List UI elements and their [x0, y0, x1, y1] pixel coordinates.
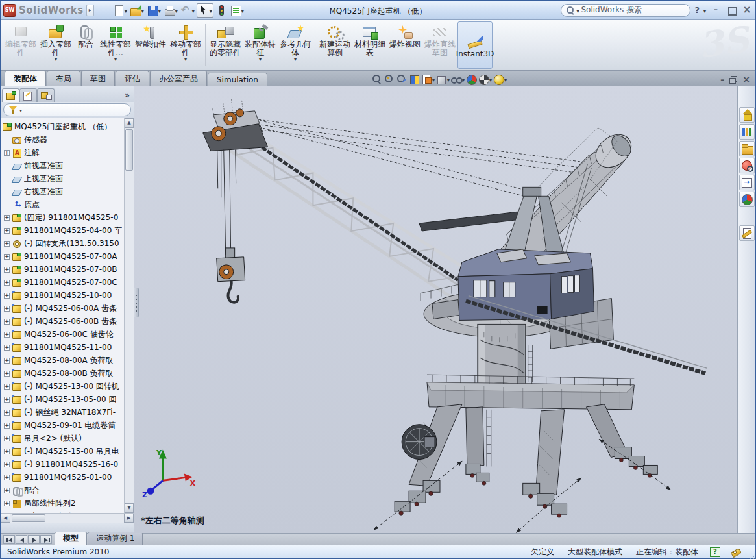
help-button[interactable] — [694, 5, 700, 15]
tab-property-manager[interactable] — [19, 88, 37, 102]
tree-item-19[interactable]: MQ4525-08-00B 负荷取 — [4, 367, 124, 380]
edit-appearance-button[interactable] — [465, 73, 477, 85]
apply-scene-button[interactable] — [478, 73, 492, 85]
portal-legs[interactable] — [374, 404, 670, 532]
sheet-tab-1[interactable]: 模型 — [55, 532, 87, 545]
custom-properties-button[interactable] — [739, 225, 755, 241]
view-palette-button[interactable] — [739, 175, 755, 190]
tree-item-21[interactable]: (-) MQ4525-13-05-00 回 — [4, 393, 124, 406]
command-tab-4[interactable]: 评估 — [116, 71, 149, 86]
panel-splitter-handle[interactable] — [134, 288, 139, 317]
first-sheet-icon[interactable] — [3, 535, 15, 544]
expand-toggle-icon[interactable] — [4, 475, 10, 480]
expand-toggle-icon[interactable] — [4, 267, 10, 273]
doc-minimize-button[interactable] — [720, 76, 724, 84]
view-settings-button[interactable] — [493, 73, 507, 85]
tree-item-4[interactable]: 上视基准面 — [4, 172, 124, 185]
expand-toggle-icon[interactable] — [4, 280, 10, 286]
search-box[interactable]: SolidWorks 搜索 — [561, 4, 690, 17]
tree-vertical-scrollbar[interactable] — [124, 118, 134, 513]
tree-item-15[interactable]: (-) MQ4525-06-00B 齿条 — [4, 315, 124, 328]
new-document-button[interactable] — [112, 3, 128, 18]
tree-item-23[interactable]: MQ4525-09-01 电缆卷筒 — [4, 419, 124, 432]
appearances-button[interactable] — [739, 192, 755, 207]
doc-restore-button[interactable] — [729, 76, 737, 83]
tree-item-28[interactable]: 配合 — [4, 484, 124, 497]
ribbon-button-move-component[interactable]: 移动零部件 — [168, 21, 203, 69]
expand-toggle-icon[interactable] — [4, 319, 10, 325]
tab-featuremanager-design-tree[interactable] — [2, 88, 19, 102]
command-tab-1[interactable]: 装配体 — [5, 71, 46, 86]
scroll-thumb[interactable] — [125, 129, 133, 171]
sheet-tab-2[interactable]: 运动算例 1 — [88, 532, 143, 545]
resources-home-button[interactable] — [739, 107, 755, 123]
expand-toggle-icon[interactable] — [4, 228, 10, 234]
display-style-button[interactable] — [435, 73, 450, 85]
options-list-button[interactable] — [229, 3, 245, 18]
expand-toggle-icon[interactable] — [4, 384, 10, 390]
tree-item-3[interactable]: 前视基准面 — [4, 159, 124, 172]
maximize-button[interactable] — [726, 5, 737, 16]
last-sheet-icon[interactable] — [40, 535, 52, 544]
tree-root-item[interactable]: MQ4525门座起重机 （低） — [3, 120, 124, 133]
tree-item-16[interactable]: MQ4525-06-00C 轴齿轮 — [4, 328, 124, 341]
tags-icon[interactable] — [731, 547, 741, 557]
view-orientation-button[interactable] — [421, 73, 435, 85]
rebuild-traffic-light-button[interactable] — [215, 3, 228, 18]
tree-item-22[interactable]: (-) 钢丝绳 32NAT18X7Fi- — [4, 406, 124, 419]
ribbon-button-assembly-features[interactable]: 装配体特征 — [243, 21, 278, 69]
previous-view-button[interactable] — [396, 73, 408, 85]
previous-sheet-icon[interactable] — [16, 535, 27, 544]
ribbon-button-motion-study[interactable]: 新建运动算例 — [317, 21, 352, 69]
ribbon-button-insert-component[interactable]: 插入零部件 — [38, 21, 73, 69]
tree-item-11[interactable]: 911801MQ4525-07-00B — [4, 263, 124, 276]
tree-item-18[interactable]: MQ4525-08-00A 负荷取 — [4, 354, 124, 367]
tree-item-10[interactable]: 911801MQ4525-07-00A — [4, 250, 124, 263]
expand-toggle-icon[interactable] — [4, 462, 10, 467]
expand-toggle-icon[interactable] — [4, 371, 10, 377]
tree-item-20[interactable]: (-) MQ4525-13-00 回转机 — [4, 380, 124, 393]
expand-toggle-icon[interactable] — [4, 332, 10, 338]
scroll-down-icon[interactable] — [125, 503, 134, 513]
command-tab-6[interactable]: Simulation — [208, 73, 267, 86]
machinery-house[interactable] — [458, 249, 594, 321]
open-button[interactable] — [129, 3, 145, 18]
section-view-button[interactable] — [408, 73, 420, 85]
expand-toggle-icon[interactable] — [4, 358, 10, 364]
next-sheet-icon[interactable] — [28, 535, 40, 544]
expand-toggle-icon[interactable] — [4, 501, 10, 506]
ribbon-button-linear-pattern[interactable]: 线性零部件... — [98, 21, 133, 69]
hide-show-items-button[interactable] — [450, 73, 465, 85]
cable-reel[interactable] — [402, 425, 437, 460]
expand-toggle-icon[interactable] — [4, 423, 10, 429]
undo-button[interactable] — [180, 3, 195, 18]
boom-tip-sheaves[interactable] — [203, 99, 268, 151]
hook-block[interactable] — [217, 150, 245, 303]
ribbon-button-bom[interactable]: 材料明细表 — [352, 21, 387, 69]
expand-toggle-icon[interactable] — [4, 215, 10, 221]
expand-toggle-icon[interactable] — [4, 410, 10, 416]
tree-item-29[interactable]: 局部线性阵列2 — [4, 497, 124, 510]
panel-chevron-icon[interactable] — [122, 91, 132, 102]
select-cursor-button[interactable] — [197, 3, 213, 18]
minimize-button[interactable] — [710, 5, 722, 16]
command-tab-5[interactable]: 办公室产品 — [150, 71, 207, 86]
ribbon-button-mate[interactable]: 配合 — [73, 21, 98, 69]
design-library-button[interactable] — [739, 124, 755, 140]
tree-item-2[interactable]: 注解 — [4, 146, 124, 159]
expand-toggle-icon[interactable] — [4, 254, 10, 260]
tree-item-26[interactable]: (-) 911801MQ4525-16-0 — [4, 458, 124, 471]
expand-toggle-icon[interactable] — [4, 436, 10, 441]
ribbon-button-instant3d[interactable]: Instant3D — [457, 21, 493, 69]
expand-toggle-icon[interactable] — [4, 345, 10, 351]
tree-item-6[interactable]: 原点 — [4, 198, 124, 211]
tab-configuration-manager[interactable] — [37, 88, 55, 102]
zoom-fit-button[interactable] — [371, 73, 383, 85]
command-tab-3[interactable]: 草图 — [81, 71, 115, 86]
scroll-left-icon[interactable] — [1, 514, 10, 523]
menu-expand-arrow-icon[interactable] — [86, 5, 94, 16]
command-tab-2[interactable]: 布局 — [47, 71, 80, 86]
close-button[interactable] — [741, 5, 753, 16]
scroll-right-icon[interactable] — [124, 514, 134, 523]
tree-item-13[interactable]: 911801MQ4525-10-00 — [4, 289, 124, 302]
